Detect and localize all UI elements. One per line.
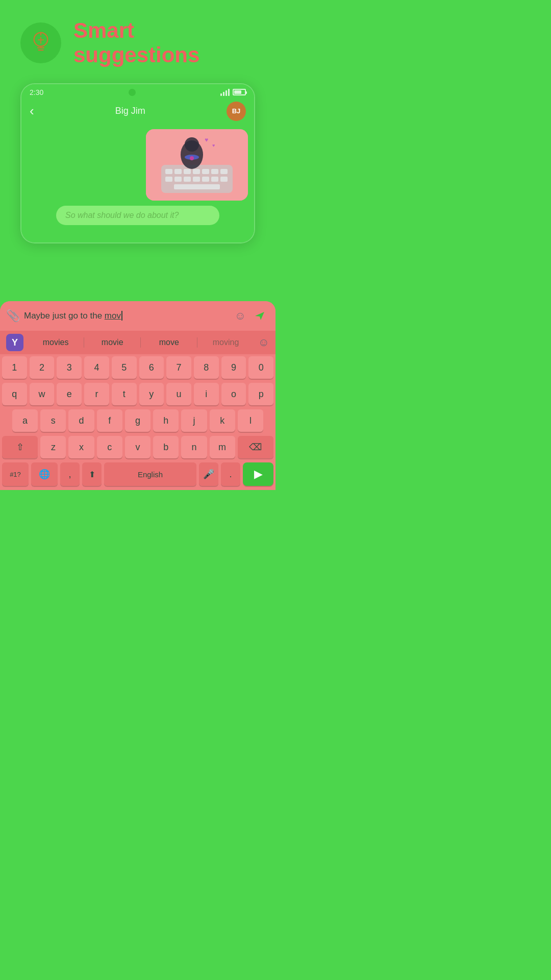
key-6[interactable]: 6 bbox=[139, 356, 164, 379]
suggestion-movies[interactable]: movies bbox=[28, 336, 84, 349]
zxcv-row: ⇧ z x c v b n m ⌫ bbox=[0, 434, 276, 460]
avatar[interactable]: BJ bbox=[227, 102, 246, 121]
key-7[interactable]: 7 bbox=[166, 356, 191, 379]
bulb-icon-circle bbox=[20, 22, 61, 63]
key-o[interactable]: o bbox=[221, 383, 246, 405]
svg-text:♥: ♥ bbox=[205, 136, 208, 143]
send-button[interactable] bbox=[250, 306, 269, 326]
svg-rect-10 bbox=[174, 169, 182, 174]
key-z[interactable]: z bbox=[40, 436, 66, 458]
key-e[interactable]: e bbox=[57, 383, 82, 405]
image-bubble: ♥ ♥ bbox=[146, 129, 248, 201]
lightbulb-icon bbox=[28, 30, 54, 56]
period-key[interactable]: . bbox=[221, 462, 240, 486]
space-key[interactable]: English bbox=[104, 462, 196, 486]
key-4[interactable]: 4 bbox=[84, 356, 109, 379]
bottom-row: #1? 🌐 , ⬆ English 🎤 . ▶ bbox=[0, 460, 276, 490]
key-y[interactable]: y bbox=[139, 383, 164, 405]
message-text: So what should we do about it? bbox=[65, 211, 179, 219]
mic-key[interactable]: 🎤 bbox=[199, 462, 218, 486]
svg-rect-21 bbox=[211, 177, 218, 182]
svg-point-27 bbox=[190, 156, 194, 160]
key-a[interactable]: a bbox=[12, 409, 38, 432]
emoji-right-icon[interactable]: ☺ bbox=[258, 336, 269, 349]
chat-area: ♥ ♥ So what should we do about it? bbox=[21, 125, 254, 242]
battery-icon bbox=[233, 89, 246, 95]
suggestion-movie[interactable]: movie bbox=[84, 336, 140, 349]
message-bubble: So what should we do about it? bbox=[56, 206, 219, 225]
number-row: 1 2 3 4 5 6 7 8 9 0 bbox=[0, 354, 276, 381]
nav-bar: ‹ Big Jim BJ bbox=[21, 99, 254, 125]
key-u[interactable]: u bbox=[166, 383, 191, 405]
svg-rect-20 bbox=[202, 177, 209, 182]
key-2[interactable]: 2 bbox=[30, 356, 55, 379]
svg-rect-16 bbox=[165, 177, 172, 182]
svg-rect-13 bbox=[202, 169, 209, 174]
key-w[interactable]: w bbox=[30, 383, 55, 405]
key-8[interactable]: 8 bbox=[194, 356, 219, 379]
svg-rect-18 bbox=[184, 177, 191, 182]
svg-rect-14 bbox=[211, 169, 218, 174]
numbers-toggle-key[interactable]: #1? bbox=[2, 462, 29, 486]
key-v[interactable]: v bbox=[125, 436, 151, 458]
svg-rect-23 bbox=[174, 184, 220, 189]
key-f[interactable]: f bbox=[97, 409, 122, 432]
svg-rect-19 bbox=[193, 177, 200, 182]
back-button[interactable]: ‹ bbox=[30, 103, 34, 119]
svg-rect-17 bbox=[174, 177, 182, 182]
svg-text:♥: ♥ bbox=[212, 143, 215, 148]
contact-name: Big Jim bbox=[115, 106, 145, 116]
svg-rect-9 bbox=[165, 169, 172, 174]
key-n[interactable]: n bbox=[181, 436, 207, 458]
svg-point-25 bbox=[185, 137, 199, 152]
next-button[interactable]: ▶ bbox=[243, 462, 273, 486]
svg-rect-15 bbox=[220, 169, 228, 174]
status-right bbox=[220, 89, 246, 96]
suggestion-move[interactable]: move bbox=[141, 336, 197, 349]
keyboard-illustration: ♥ ♥ bbox=[146, 129, 248, 201]
key-r[interactable]: r bbox=[84, 383, 109, 405]
key-g[interactable]: g bbox=[125, 409, 151, 432]
key-h[interactable]: h bbox=[153, 409, 179, 432]
key-j[interactable]: j bbox=[181, 409, 207, 432]
shift-key[interactable]: ⇧ bbox=[2, 436, 38, 458]
emoji-icon[interactable]: ☺ bbox=[235, 309, 246, 323]
backspace-key[interactable]: ⌫ bbox=[238, 436, 273, 458]
header-area: Smart suggestions bbox=[0, 0, 276, 78]
key-k[interactable]: k bbox=[210, 409, 235, 432]
key-p[interactable]: p bbox=[248, 383, 273, 405]
key-i[interactable]: i bbox=[194, 383, 219, 405]
key-5[interactable]: 5 bbox=[112, 356, 137, 379]
cursor-key[interactable]: ⬆ bbox=[82, 462, 102, 486]
status-center-dot bbox=[129, 89, 136, 96]
key-1[interactable]: 1 bbox=[2, 356, 27, 379]
key-c[interactable]: c bbox=[97, 436, 122, 458]
key-x[interactable]: x bbox=[68, 436, 94, 458]
signal-icon bbox=[220, 89, 230, 96]
asdf-row: a s d f g h j k l bbox=[0, 407, 276, 434]
input-text-underlined: mov bbox=[105, 311, 121, 321]
qwerty-row: q w e r t y u i o p bbox=[0, 381, 276, 407]
key-d[interactable]: d bbox=[68, 409, 94, 432]
status-bar: 2:30 bbox=[21, 84, 254, 99]
suggestion-moving[interactable]: moving bbox=[197, 336, 254, 349]
key-9[interactable]: 9 bbox=[221, 356, 246, 379]
key-0[interactable]: 0 bbox=[248, 356, 273, 379]
globe-key[interactable]: 🌐 bbox=[31, 462, 58, 486]
svg-rect-12 bbox=[193, 169, 200, 174]
key-t[interactable]: t bbox=[112, 383, 137, 405]
status-time: 2:30 bbox=[30, 88, 43, 96]
attach-icon[interactable]: 📎 bbox=[6, 309, 20, 323]
key-q[interactable]: q bbox=[2, 383, 27, 405]
y-keyboard-logo: Y bbox=[6, 334, 23, 351]
input-display[interactable]: Maybe just go to the mov bbox=[24, 311, 231, 321]
input-bar: 📎 Maybe just go to the mov ☺ bbox=[0, 301, 276, 331]
page-title: Smart suggestions bbox=[73, 18, 199, 68]
key-s[interactable]: s bbox=[40, 409, 66, 432]
key-l[interactable]: l bbox=[238, 409, 263, 432]
key-b[interactable]: b bbox=[153, 436, 179, 458]
key-m[interactable]: m bbox=[210, 436, 235, 458]
key-3[interactable]: 3 bbox=[57, 356, 82, 379]
input-text-before: Maybe just go to the bbox=[24, 311, 105, 321]
comma-key[interactable]: , bbox=[60, 462, 80, 486]
